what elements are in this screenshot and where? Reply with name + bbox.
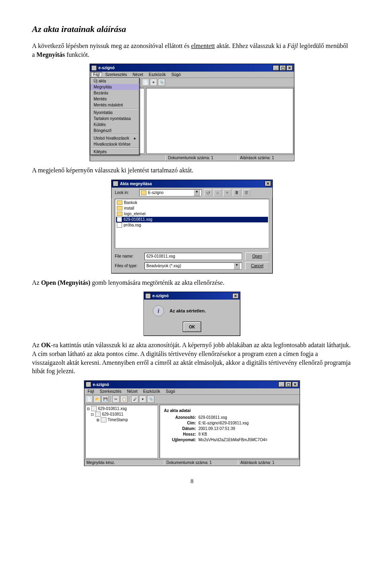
- info-icon: i: [153, 305, 164, 316]
- menu-item-save[interactable]: Mentés: [90, 96, 139, 102]
- new-folder-icon[interactable]: ✧: [223, 189, 231, 196]
- list-view-icon[interactable]: ≣: [233, 189, 241, 196]
- toolbar-icon[interactable]: 📎: [147, 396, 154, 403]
- menu-item-printcontent[interactable]: Tartalom nyomtatása: [90, 116, 139, 122]
- tree-node[interactable]: ⊞ TimeStamp: [86, 417, 157, 423]
- doc-icon: [95, 412, 101, 417]
- kv-row: Ujjlenyomat:Mo2sVHs/d2aZ1EbMaFBmJ5MC7O4=: [164, 438, 294, 442]
- tree-node[interactable]: ⊡ 629-010811: [86, 412, 157, 417]
- kv-value: E:\E-szigno\629-010811.xsg: [198, 421, 294, 425]
- toolbar-icon[interactable]: 📄: [142, 79, 149, 86]
- kv-key: Dátum:: [164, 426, 198, 431]
- expand-icon[interactable]: ⊞: [96, 418, 100, 422]
- close-button[interactable]: ✕: [265, 181, 271, 186]
- list-item[interactable]: logo_elemei: [116, 211, 268, 217]
- menu-view[interactable]: Nézet: [125, 389, 140, 394]
- app-icon: [113, 181, 118, 186]
- menu-edit[interactable]: Szerkesztés: [97, 389, 124, 394]
- status-docs: Dokumentumok száma: 1: [164, 460, 238, 466]
- list-item[interactable]: install: [116, 206, 268, 211]
- window-title: e-szignó: [98, 66, 115, 70]
- menu-view[interactable]: Nézet: [130, 72, 146, 77]
- menu-item-clearlinks[interactable]: Hivatkozások törlése: [90, 141, 139, 147]
- maximize-button[interactable]: ▢: [280, 65, 286, 71]
- toolbar-icon[interactable]: 📎: [158, 79, 165, 86]
- chevron-down-icon[interactable]: ▼: [194, 190, 200, 196]
- tree-pane: ⊟ 629-010811.xsg ⊡ 629-010811 ⊞ TimeStam…: [85, 405, 158, 458]
- menu-item-print[interactable]: Nyomtatás: [90, 110, 139, 116]
- menu-item-close[interactable]: Bezárás: [90, 90, 139, 96]
- menu-file[interactable]: Fájl: [91, 72, 102, 77]
- toolbar-icon[interactable]: 💾: [102, 396, 109, 403]
- statusbar: Megnyitás kész. Dokumentumok száma: 1 Al…: [84, 459, 300, 466]
- kv-key: Hossz:: [164, 432, 198, 436]
- expand-icon[interactable]: ⊡: [90, 412, 94, 416]
- toolbar-icon[interactable]: 📄: [86, 396, 93, 403]
- menu-item-recent[interactable]: Utolsó hivatkozások▸: [90, 135, 139, 141]
- filetype-combo[interactable]: Beadványok (*.xsg)▼: [144, 262, 242, 270]
- close-button[interactable]: ✕: [286, 65, 293, 71]
- details-view-icon[interactable]: ☰: [242, 189, 250, 196]
- menu-tools[interactable]: Eszközök: [141, 389, 163, 394]
- list-item[interactable]: Bankok: [116, 200, 268, 206]
- toolbar-icon[interactable]: ✂: [112, 396, 120, 403]
- close-button[interactable]: ✕: [292, 382, 298, 387]
- item-label: install: [124, 206, 134, 210]
- menu-help[interactable]: Súgó: [169, 72, 183, 77]
- menu-item-saveas[interactable]: Mentés másként: [90, 102, 139, 108]
- menu-item-send[interactable]: Küldés: [90, 122, 139, 128]
- menu-file[interactable]: Fájl: [85, 389, 96, 394]
- desktop-icon[interactable]: ⌂: [214, 189, 222, 196]
- cancel-button[interactable]: Cancel: [245, 262, 269, 270]
- item-label: próba.xsg: [124, 223, 141, 227]
- window-title: Akta megnyitása: [120, 182, 152, 186]
- minimize-button[interactable]: _: [278, 382, 285, 387]
- menu-help[interactable]: Súgó: [164, 389, 178, 394]
- folder-icon: [117, 212, 122, 216]
- kv-row: Cím:E:\E-szigno\629-010811.xsg: [164, 421, 294, 425]
- menu-item-open[interactable]: Megnyitás: [90, 84, 139, 90]
- list-item-selected[interactable]: 629-010811.xsg: [116, 217, 268, 222]
- menu-item-new[interactable]: Új akta: [90, 78, 139, 84]
- minimize-button[interactable]: _: [273, 65, 279, 71]
- tree-root[interactable]: ⊟ 629-010811.xsg: [86, 406, 157, 412]
- toolbar-icon[interactable]: ✶: [139, 396, 146, 403]
- kv-key: Cím:: [164, 421, 198, 425]
- timestamp-icon: [101, 417, 106, 422]
- tree-label: 629-010811: [102, 412, 123, 416]
- lookin-combo[interactable]: E-szigno ▼: [139, 189, 202, 196]
- lookin-label: Look in:: [115, 190, 137, 195]
- menubar: Fájl Szerkesztés Nézet Eszközök Súgó: [90, 72, 294, 78]
- maximize-button[interactable]: ▢: [285, 382, 292, 387]
- window-titlebar: Akta megnyitása ✕: [112, 180, 272, 188]
- ok-button[interactable]: OK: [183, 322, 201, 332]
- filename-input[interactable]: 629-010811.xsg: [144, 253, 242, 260]
- file-list[interactable]: Bankok install logo_elemei 629-010811.xs…: [115, 199, 269, 248]
- toolbar-icon[interactable]: ✶: [150, 79, 157, 86]
- menu-tools[interactable]: Eszközök: [146, 72, 168, 77]
- screenshot-eszigno-details: e-szignó _ ▢ ✕ Fájl Szerkesztés Nézet Es…: [84, 380, 300, 466]
- kv-row: Hossz:8 KB: [164, 432, 294, 436]
- statusbar: Dokumentumok száma: 1 Aláírások száma: 1: [90, 154, 294, 161]
- list-item[interactable]: próba.xsg: [116, 222, 268, 228]
- collapse-icon[interactable]: ⊟: [86, 407, 90, 411]
- toolbar-icon[interactable]: 🖊: [131, 396, 138, 403]
- status-docs: Dokumentumok száma: 1: [166, 155, 238, 161]
- input-value: 629-010811.xsg: [146, 254, 175, 258]
- screenshot-open-dialog: Akta megnyitása ✕ Look in: E-szigno ▼ ⮍ …: [111, 180, 273, 274]
- menu-item-browser[interactable]: Böngésző: [90, 128, 139, 134]
- toolbar-icon[interactable]: 📂: [94, 396, 101, 403]
- panel-title: Az akta adatai: [164, 408, 294, 413]
- menu-item-exit[interactable]: Kilépés: [90, 149, 139, 155]
- up-folder-icon[interactable]: ⮍: [204, 189, 212, 196]
- open-button[interactable]: Open: [245, 252, 269, 260]
- para-4: Az OK-ra kattintás után válasszuk ki az …: [32, 341, 352, 375]
- toolbar-icon[interactable]: 📋: [120, 396, 128, 403]
- text: gomb lenyomására megtörténik az akta ell…: [90, 279, 224, 286]
- close-button[interactable]: ✕: [232, 293, 239, 299]
- content-pane: [146, 88, 293, 154]
- text-bold: Megnyitás: [36, 51, 65, 58]
- details-pane: Az akta adatai Azonosító:629-010811.xsg …: [160, 405, 299, 458]
- menu-edit[interactable]: Szerkesztés: [103, 72, 129, 77]
- chevron-down-icon[interactable]: ▼: [234, 263, 240, 269]
